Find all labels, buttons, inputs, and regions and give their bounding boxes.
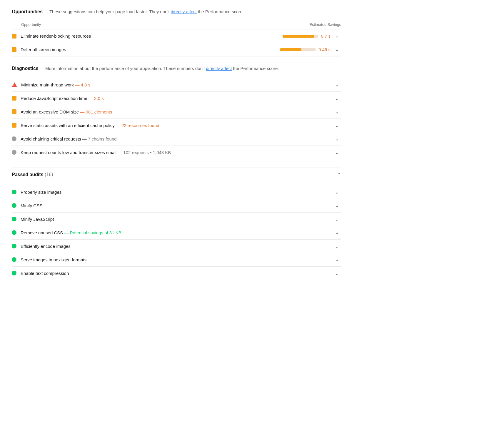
audit-savings: 0.7 s bbox=[283, 34, 341, 39]
chevron-down-icon: ⌄ bbox=[335, 216, 339, 222]
audit-label: Enable text compression bbox=[21, 271, 341, 276]
orange-square-icon bbox=[12, 34, 16, 39]
green-circle-icon bbox=[12, 203, 16, 208]
chevron-down-icon: ⌄ bbox=[335, 230, 339, 235]
orange-square-icon bbox=[12, 47, 16, 52]
savings-bar bbox=[283, 35, 314, 38]
chevron-down-icon: ⌄ bbox=[335, 257, 339, 263]
audit-label: Efficiently encode images bbox=[21, 244, 341, 249]
audit-savings: 0.45 s bbox=[280, 47, 341, 52]
gray-circle-icon bbox=[12, 150, 16, 155]
diagnostics-title: Diagnostics bbox=[12, 66, 39, 71]
audit-row-serve-images-next-gen[interactable]: Serve images in next-gen formats ⌄ bbox=[12, 253, 341, 267]
audit-row-minify-css[interactable]: Minify CSS ⌄ bbox=[12, 199, 341, 213]
opportunities-desc-after: the Performance score. bbox=[197, 9, 244, 14]
orange-square-icon bbox=[12, 109, 16, 114]
savings-bar-container bbox=[280, 48, 316, 51]
audit-row-cache-policy[interactable]: Serve static assets with an efficient ca… bbox=[12, 119, 341, 132]
green-circle-icon bbox=[12, 217, 16, 221]
audit-row-enable-text-compression[interactable]: Enable text compression ⌄ bbox=[12, 267, 341, 280]
audit-row-properly-size-images[interactable]: Properly size images ⌄ bbox=[12, 186, 341, 199]
opportunities-section: Opportunities — These suggestions can he… bbox=[12, 8, 341, 56]
opportunities-desc-before: — These suggestions can help your page l… bbox=[43, 9, 171, 14]
chevron-down-icon: ⌄ bbox=[335, 82, 339, 88]
chevron-down-icon: ⌄ bbox=[335, 47, 339, 52]
chevron-down-icon: ⌄ bbox=[335, 243, 339, 249]
audit-meta-gray: — 7 chains found bbox=[81, 136, 117, 141]
audit-meta: — 981 elements bbox=[79, 109, 112, 114]
green-circle-icon bbox=[12, 190, 16, 194]
audit-label: Defer offscreen images bbox=[21, 47, 280, 52]
audit-row-minify-js[interactable]: Minify JavaScript ⌄ bbox=[12, 213, 341, 226]
audit-label: Serve static assets with an efficient ca… bbox=[21, 123, 341, 128]
diagnostics-desc-after: the Performance score. bbox=[232, 66, 279, 71]
savings-col-header: Estimated Savings bbox=[309, 22, 341, 27]
audit-row-avoid-dom-size[interactable]: Avoid an excessive DOM size — 981 elemen… bbox=[12, 105, 341, 119]
green-savings: — Potential savings of 31 KB bbox=[63, 230, 121, 235]
chevron-up-icon: ⌃ bbox=[337, 172, 341, 178]
passed-audits-count: (16) bbox=[45, 172, 53, 177]
chevron-down-icon: ⌄ bbox=[335, 150, 339, 155]
audit-label: Avoid an excessive DOM size — 981 elemen… bbox=[21, 109, 341, 114]
audit-label: Minimize main-thread work — 4.3 s bbox=[21, 82, 341, 87]
diagnostics-section: Diagnostics — More information about the… bbox=[12, 65, 341, 72]
green-circle-icon bbox=[12, 230, 16, 235]
audit-label: Minify JavaScript bbox=[21, 217, 341, 222]
chevron-down-icon: ⌄ bbox=[335, 109, 339, 115]
chevron-down-icon: ⌄ bbox=[335, 136, 339, 142]
green-circle-icon bbox=[12, 257, 16, 262]
gray-circle-icon bbox=[12, 136, 16, 141]
chevron-down-icon: ⌄ bbox=[335, 270, 339, 276]
audit-row-efficiently-encode-images[interactable]: Efficiently encode images ⌄ bbox=[12, 240, 341, 253]
green-circle-icon bbox=[12, 271, 16, 275]
audit-row-remove-unused-css[interactable]: Remove unused CSS — Potential savings of… bbox=[12, 226, 341, 240]
audit-meta: — 2.0 s bbox=[87, 96, 104, 101]
audit-label: Keep request counts low and transfer siz… bbox=[21, 150, 341, 155]
audit-row-eliminate-render-blocking[interactable]: Eliminate render-blocking resources 0.7 … bbox=[12, 29, 341, 43]
audit-label: Eliminate render-blocking resources bbox=[21, 34, 283, 39]
passed-audits-header[interactable]: Passed audits (16) ⌃ bbox=[12, 168, 341, 182]
audit-label: Minify CSS bbox=[21, 203, 341, 208]
audit-meta-gray: — 102 requests • 1,048 KB bbox=[116, 150, 171, 155]
audit-row-minimize-main-thread[interactable]: Minimize main-thread work — 4.3 s ⌄ bbox=[12, 78, 341, 92]
audit-row-critical-requests[interactable]: Avoid chaining critical requests — 7 cha… bbox=[12, 132, 341, 146]
audit-meta: — 4.3 s bbox=[74, 82, 90, 87]
opportunities-title: Opportunities bbox=[12, 9, 43, 14]
red-triangle-icon bbox=[12, 82, 17, 87]
chevron-down-icon: ⌄ bbox=[335, 33, 339, 39]
diagnostics-desc-before: — More information about the performance… bbox=[39, 66, 206, 71]
audit-meta: — 22 resources found bbox=[115, 123, 159, 128]
orange-square-icon bbox=[12, 96, 16, 101]
chevron-down-icon: ⌄ bbox=[335, 96, 339, 101]
savings-value: 0.45 s bbox=[318, 47, 331, 52]
opportunities-link[interactable]: directly affect bbox=[171, 9, 197, 14]
audit-row-request-counts[interactable]: Keep request counts low and transfer siz… bbox=[12, 146, 341, 159]
audit-label: Remove unused CSS — Potential savings of… bbox=[21, 230, 341, 235]
audit-label: Reduce JavaScript execution time — 2.0 s bbox=[21, 96, 341, 101]
audit-label: Properly size images bbox=[21, 190, 341, 195]
audit-label: Avoid chaining critical requests — 7 cha… bbox=[21, 136, 341, 141]
chevron-down-icon: ⌄ bbox=[335, 203, 339, 208]
passed-audits-title: Passed audits (16) bbox=[12, 172, 53, 177]
savings-bar bbox=[280, 48, 301, 51]
opportunities-table-header: Opportunity Estimated Savings bbox=[12, 20, 341, 29]
audit-row-reduce-js-execution[interactable]: Reduce JavaScript execution time — 2.0 s… bbox=[12, 92, 341, 105]
opportunities-header: Opportunities — These suggestions can he… bbox=[12, 8, 341, 15]
green-circle-icon bbox=[12, 244, 16, 248]
chevron-down-icon: ⌄ bbox=[335, 189, 339, 195]
opportunity-col-header: Opportunity bbox=[21, 22, 41, 27]
audit-label: Serve images in next-gen formats bbox=[21, 257, 341, 262]
orange-square-icon bbox=[12, 123, 16, 128]
audit-row-defer-offscreen-images[interactable]: Defer offscreen images 0.45 s ⌄ bbox=[12, 43, 341, 56]
savings-value: 0.7 s bbox=[321, 34, 331, 39]
chevron-down-icon: ⌄ bbox=[335, 123, 339, 128]
diagnostics-link[interactable]: directly affect bbox=[206, 66, 232, 71]
savings-bar-container bbox=[283, 35, 318, 38]
